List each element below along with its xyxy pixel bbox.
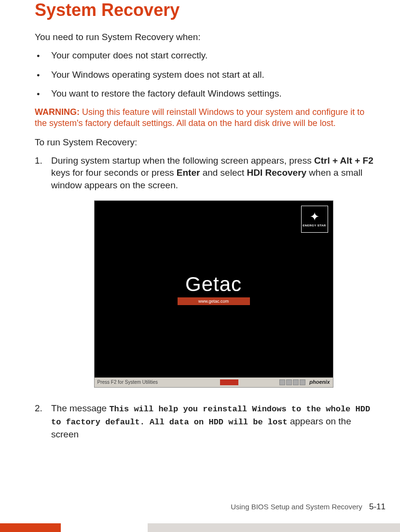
bios-bar-indicator	[220, 379, 238, 385]
footer-section-name: Using BIOS Setup and System Recovery	[231, 503, 362, 511]
reasons-list: Your computer does not start correctly. …	[35, 49, 376, 100]
tray-icon	[279, 379, 285, 385]
warning-block: WARNING: Using this feature will reinsta…	[35, 107, 376, 129]
list-item: Your Windows operating system does not s…	[35, 69, 376, 81]
step-text: keys for four seconds or press	[51, 168, 177, 178]
key-combo: Ctrl + Alt + F2	[314, 155, 373, 166]
getac-logo: Getac	[185, 271, 242, 298]
getac-url-text: www.getac.com	[198, 298, 229, 304]
warning-label: WARNING:	[35, 107, 80, 117]
step-text: The message	[51, 403, 109, 413]
energy-star-label: ENERGY STAR	[303, 224, 326, 227]
footer-bar-grey	[148, 523, 400, 532]
steps-list: 1. During system startup when the follow…	[35, 154, 376, 440]
footer-bar-accent	[0, 523, 61, 532]
getac-url-bar: www.getac.com	[178, 297, 250, 305]
footer-page-number: 5-11	[369, 502, 386, 511]
tray-icon	[286, 379, 292, 385]
footer-caption: Using BIOS Setup and System Recovery 5-1…	[0, 502, 400, 512]
warning-text: Using this feature will reinstall Window…	[35, 107, 364, 128]
step-text: During system startup when the following…	[51, 155, 314, 166]
page-footer: Using BIOS Setup and System Recovery 5-1…	[0, 502, 400, 532]
list-item: You want to restore the factory default …	[35, 87, 376, 100]
bios-brand: phoenix	[309, 378, 330, 386]
step-text: and select	[200, 168, 247, 178]
steps-intro: To run System Recovery:	[35, 137, 376, 148]
step-number: 1.	[35, 154, 42, 167]
option-name: HDI Recovery	[247, 168, 307, 178]
tray-icon	[300, 379, 305, 385]
bios-screenshot: ✦ ENERGY STAR Getac www.getac.com Press …	[94, 200, 333, 388]
list-item: Your computer does not start correctly.	[35, 49, 376, 62]
bios-screen-area: ✦ ENERGY STAR Getac www.getac.com	[95, 201, 333, 378]
energy-star-icon: ✦	[310, 211, 319, 223]
energy-star-badge: ✦ ENERGY STAR	[301, 206, 328, 233]
step-item: 2. The message This will help you reinst…	[35, 402, 376, 441]
step-number: 2.	[35, 402, 42, 415]
intro-paragraph: You need to run System Recovery when:	[35, 32, 376, 42]
page-heading: System Recovery	[35, 0, 376, 20]
bios-bar-tray: phoenix	[279, 378, 332, 386]
bios-bar-hint: Press F2 for System Utilities	[95, 379, 280, 386]
footer-decoration	[0, 523, 400, 532]
key-combo: Enter	[177, 168, 200, 178]
bios-status-bar: Press F2 for System Utilities phoenix	[95, 378, 333, 387]
page-content: System Recovery You need to run System R…	[0, 0, 400, 440]
step-item: 1. During system startup when the follow…	[35, 154, 376, 388]
tray-icon	[293, 379, 299, 385]
